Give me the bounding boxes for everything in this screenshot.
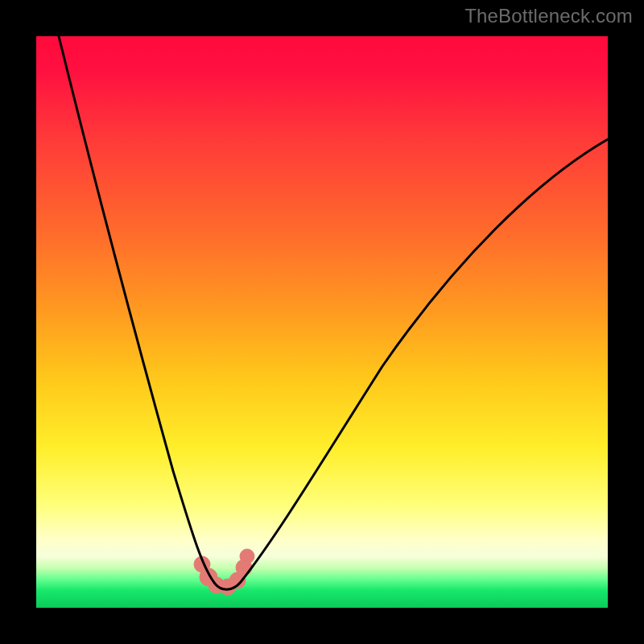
chart-frame: TheBottleneck.com [0,0,644,644]
curve-path [59,36,608,589]
svg-point-6 [240,549,254,564]
watermark-text: TheBottleneck.com [464,5,633,27]
plot-area [36,36,608,608]
curve-min-marker [194,549,254,595]
bottleneck-curve [36,36,608,608]
